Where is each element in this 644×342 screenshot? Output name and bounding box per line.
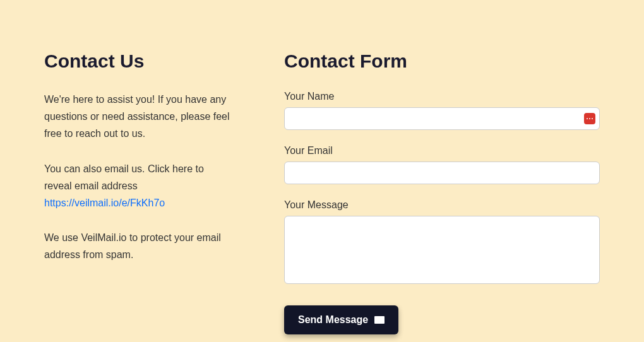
- email-field-group: Your Email: [284, 145, 600, 184]
- message-textarea[interactable]: [284, 216, 600, 284]
- message-label: Your Message: [284, 199, 600, 211]
- name-input[interactable]: [284, 107, 600, 130]
- contact-us-heading: Contact Us: [44, 50, 234, 72]
- contact-form-heading: Contact Form: [284, 50, 600, 72]
- contact-info-column: Contact Us We're here to assist you! If …: [44, 50, 234, 317]
- send-message-button[interactable]: Send Message: [284, 305, 398, 334]
- envelope-icon: [374, 316, 385, 324]
- contact-form-column: Contact Form Your Name Your Email Your M…: [284, 50, 600, 317]
- email-intro-text: You can also email us. Click here to rev…: [44, 163, 204, 191]
- name-label: Your Name: [284, 91, 600, 102]
- email-block: You can also email us. Click here to rev…: [44, 160, 234, 212]
- veilmail-notice: We use VeilMail.io to protect your email…: [44, 229, 234, 263]
- intro-text: We're here to assist you! If you have an…: [44, 91, 234, 143]
- name-field-group: Your Name: [284, 91, 600, 130]
- email-label: Your Email: [284, 145, 600, 156]
- reveal-email-link[interactable]: https://veilmail.io/e/FkKh7o: [44, 198, 165, 208]
- send-button-label: Send Message: [298, 314, 368, 326]
- message-field-group: Your Message: [284, 199, 600, 286]
- autofill-icon[interactable]: [584, 113, 595, 124]
- email-input[interactable]: [284, 162, 600, 184]
